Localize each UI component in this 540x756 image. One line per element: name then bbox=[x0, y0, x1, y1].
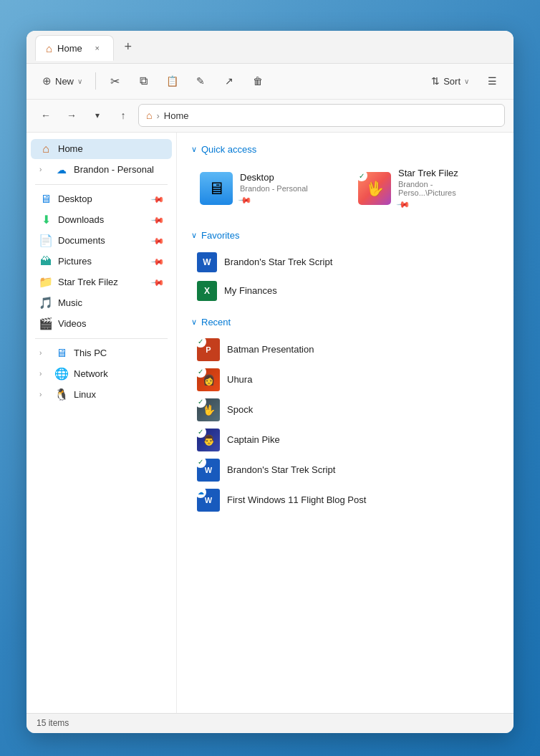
qa-item-startrekfilez[interactable]: 🖖 ✓ Star Trek Filez Brandon - Perso...\P… bbox=[349, 162, 499, 216]
sort-icon: ⇅ bbox=[431, 75, 440, 87]
videos-icon: 🎬 bbox=[39, 317, 52, 330]
sidebar-downloads-label: Downloads bbox=[58, 214, 104, 225]
sidebar-item-desktop[interactable]: 🖥 Desktop 📌 bbox=[31, 189, 172, 209]
recent-locations-button[interactable]: ▾ bbox=[87, 105, 108, 126]
spock-name: Spock bbox=[227, 404, 253, 415]
qa-desktop-pin-icon: 📌 bbox=[238, 192, 253, 207]
uhura-sync-icon: ✓ bbox=[195, 366, 206, 378]
recent-item-uhura[interactable]: ✓ 👩 Uhura bbox=[191, 365, 499, 395]
new-plus-icon: ⊕ bbox=[42, 75, 52, 87]
captainpike-icon-wrap: ✓ 👨 bbox=[197, 429, 220, 451]
expand-network-icon: › bbox=[39, 370, 49, 378]
pin-documents-icon: 📌 bbox=[150, 233, 165, 248]
recent-item-batman[interactable]: ✓ P Batman Presentation bbox=[191, 335, 499, 365]
sidebar-item-downloads[interactable]: ⬇ Downloads 📌 bbox=[31, 210, 172, 230]
forward-button[interactable]: → bbox=[61, 105, 82, 126]
qa-startrekfilez-name: Star Trek Filez bbox=[398, 168, 491, 178]
cut-button[interactable]: ✂ bbox=[102, 68, 127, 94]
captainpike-sync-icon: ✓ bbox=[195, 426, 206, 438]
pin-desktop-icon: 📌 bbox=[150, 191, 165, 206]
paste-button[interactable]: 📋 bbox=[159, 68, 185, 94]
sidebar-item-home[interactable]: ⌂ Home bbox=[31, 139, 172, 159]
tab-home-label: Home bbox=[57, 43, 82, 54]
pin-pictures-icon: 📌 bbox=[150, 254, 165, 269]
qa-desktop-info: Desktop Brandon - Personal 📌 bbox=[240, 172, 332, 206]
up-button[interactable]: ↑ bbox=[112, 105, 134, 126]
recent-item-win11blog[interactable]: ☁ W First Windows 11 Flight Blog Post bbox=[191, 485, 499, 515]
sidebar-pictures-label: Pictures bbox=[58, 256, 92, 267]
sidebar-divider-1 bbox=[35, 184, 168, 185]
rename-button[interactable]: ✎ bbox=[188, 68, 213, 94]
recent-list: ✓ P Batman Presentation ✓ 👩 Uhura bbox=[191, 335, 499, 515]
spock-sync-icon: ✓ bbox=[195, 396, 206, 408]
sidebar-thispc-label: This PC bbox=[74, 348, 107, 358]
main-content: ⌂ Home › ☁ Brandon - Personal 🖥 Desktop … bbox=[26, 133, 514, 713]
new-button[interactable]: ⊕ New ∨ bbox=[35, 68, 90, 94]
recent-header[interactable]: ∨ Recent bbox=[191, 317, 499, 327]
recent-item-captainpike[interactable]: ✓ 👨 Captain Pike bbox=[191, 425, 499, 455]
sidebar-linux-label: Linux bbox=[74, 389, 96, 400]
sidebar-network-label: Network bbox=[74, 368, 108, 379]
music-icon: 🎵 bbox=[39, 297, 52, 310]
sidebar: ⌂ Home › ☁ Brandon - Personal 🖥 Desktop … bbox=[26, 133, 177, 713]
recent-item-startrekscript[interactable]: ✓ W Brandon's Star Trek Script bbox=[191, 455, 499, 485]
fav-item-myfinances[interactable]: X My Finances bbox=[191, 277, 499, 305]
delete-button[interactable]: 🗑 bbox=[245, 68, 271, 94]
back-button[interactable]: ← bbox=[35, 105, 57, 126]
uhura-name: Uhura bbox=[227, 374, 252, 385]
copy-button[interactable]: ⧉ bbox=[130, 68, 156, 94]
new-label: New bbox=[55, 76, 74, 87]
linux-icon: 🐧 bbox=[55, 388, 68, 401]
fav-item-startrekscript[interactable]: W Brandon's Star Trek Script bbox=[191, 248, 499, 277]
sidebar-item-startrekfilez[interactable]: 📁 Star Trek Filez 📌 bbox=[31, 272, 172, 292]
home-icon: ⌂ bbox=[39, 143, 52, 155]
quick-access-header[interactable]: ∨ Quick access bbox=[191, 144, 499, 155]
downloads-icon: ⬇ bbox=[39, 214, 52, 226]
sort-button[interactable]: ⇅ Sort ∨ bbox=[424, 68, 476, 94]
desktop-folder-icon: 🖥 bbox=[39, 193, 52, 206]
startreck-folder-icon: 📁 bbox=[39, 276, 52, 289]
active-tab[interactable]: ⌂ Home × bbox=[35, 35, 114, 61]
pin-startrekfilez-icon: 📌 bbox=[150, 274, 165, 290]
title-bar: ⌂ Home × + bbox=[26, 31, 514, 64]
favorites-header[interactable]: ∨ Favorites bbox=[191, 230, 499, 241]
sidebar-item-thispc[interactable]: › 🖥 This PC bbox=[31, 343, 172, 363]
recent-item-spock[interactable]: ✓ 🖖 Spock bbox=[191, 395, 499, 425]
sidebar-item-network[interactable]: › 🌐 Network bbox=[31, 364, 172, 384]
qa-startrekfilez-sub: Brandon - Perso...\Pictures bbox=[398, 180, 491, 197]
fav-chevron-icon: ∨ bbox=[191, 231, 197, 240]
sidebar-item-videos[interactable]: 🎬 Videos bbox=[31, 314, 172, 334]
pictures-icon: 🏔 bbox=[39, 255, 52, 268]
qa-item-desktop[interactable]: 🖥 Desktop Brandon - Personal 📌 bbox=[191, 162, 341, 216]
sidebar-item-linux[interactable]: › 🐧 Linux bbox=[31, 385, 172, 405]
qa-startrekfilez-icon: 🖖 ✓ bbox=[358, 172, 391, 205]
sidebar-home-label: Home bbox=[58, 143, 83, 154]
expand-brandon-icon: › bbox=[39, 166, 49, 173]
qa-startrekfilez-sync-icon: ✓ bbox=[356, 170, 367, 181]
batman-sync-icon: ✓ bbox=[195, 336, 206, 348]
toolbar: ⊕ New ∨ ✂ ⧉ 📋 ✎ ↗ 🗑 ⇅ Sort ∨ ☰ bbox=[26, 64, 514, 100]
qa-startrekfilez-pin-icon: 📌 bbox=[396, 196, 411, 211]
sort-chevron-icon: ∨ bbox=[464, 77, 469, 85]
sidebar-divider-2 bbox=[35, 338, 168, 339]
view-options-button[interactable]: ☰ bbox=[479, 68, 505, 94]
qa-desktop-sub: Brandon - Personal bbox=[240, 184, 332, 193]
batman-icon-wrap: ✓ P bbox=[197, 338, 220, 361]
toolbar-separator-1 bbox=[95, 72, 96, 90]
captainpike-name: Captain Pike bbox=[227, 434, 280, 445]
sidebar-desktop-label: Desktop bbox=[58, 193, 92, 204]
tab-close-button[interactable]: × bbox=[92, 42, 103, 54]
sidebar-item-pictures[interactable]: 🏔 Pictures 📌 bbox=[31, 252, 172, 272]
win11blog-icon-wrap: ☁ W bbox=[197, 489, 220, 512]
spock-icon-wrap: ✓ 🖖 bbox=[197, 398, 220, 421]
address-input[interactable]: ⌂ › Home bbox=[138, 104, 505, 127]
share-button[interactable]: ↗ bbox=[216, 68, 242, 94]
sidebar-documents-label: Documents bbox=[58, 235, 105, 246]
sidebar-item-brandon[interactable]: › ☁ Brandon - Personal bbox=[31, 160, 172, 180]
new-tab-button[interactable]: + bbox=[117, 35, 140, 58]
sidebar-item-documents[interactable]: 📄 Documents 📌 bbox=[31, 231, 172, 251]
sidebar-item-music[interactable]: 🎵 Music bbox=[31, 293, 172, 313]
network-icon: 🌐 bbox=[55, 368, 68, 381]
address-path: Home bbox=[164, 110, 189, 121]
favorites-list: W Brandon's Star Trek Script X My Financ… bbox=[191, 248, 499, 305]
